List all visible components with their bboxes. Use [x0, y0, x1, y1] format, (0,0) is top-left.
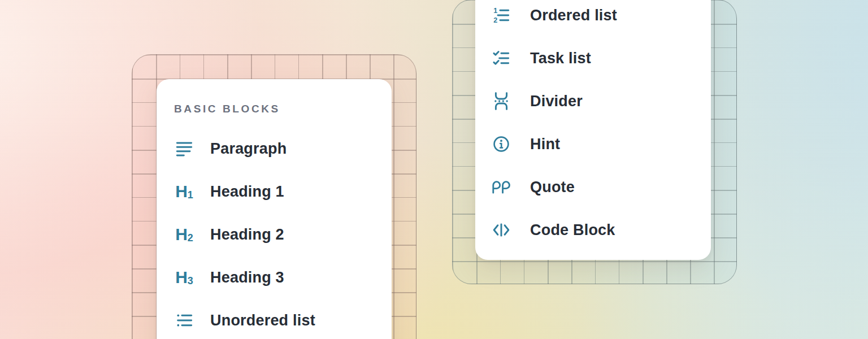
- menu-item-ordered-list[interactable]: 1 2 Ordered list: [491, 0, 701, 31]
- heading-1-icon: H1: [174, 181, 194, 202]
- hint-icon: [491, 134, 511, 154]
- menu-item-paragraph[interactable]: Paragraph: [174, 133, 381, 164]
- menu-item-divider[interactable]: Divider: [491, 85, 701, 117]
- menu-item-hint[interactable]: Hint: [491, 128, 701, 160]
- menu-item-label: Heading 1: [210, 183, 284, 201]
- menu-item-task-list[interactable]: Task list: [491, 42, 701, 74]
- section-label-basic-blocks: BASIC BLOCKS: [174, 101, 280, 117]
- quote-icon: [491, 177, 511, 197]
- heading-2-icon: H2: [174, 224, 194, 245]
- menu-item-label: Heading 3: [210, 269, 284, 286]
- scene: BASIC BLOCKS Paragraph H1 Heading 1 H2: [0, 0, 868, 339]
- paragraph-icon: [174, 138, 194, 159]
- menu-item-label: Divider: [530, 93, 583, 110]
- menu-item-unordered-list[interactable]: Unordered list: [174, 305, 381, 336]
- menu-item-heading-1[interactable]: H1 Heading 1: [174, 176, 381, 207]
- divider-icon: [491, 91, 511, 111]
- menu-item-quote[interactable]: Quote: [491, 171, 701, 203]
- menu-item-label: Ordered list: [530, 7, 617, 24]
- menu-item-label: Unordered list: [210, 312, 315, 329]
- menu-item-label: Quote: [530, 179, 575, 196]
- unordered-list-icon: [174, 310, 194, 331]
- basic-blocks-card: BASIC BLOCKS Paragraph H1 Heading 1 H2: [157, 79, 392, 339]
- heading-3-icon: H3: [174, 267, 194, 288]
- ordered-list-icon: 1 2: [491, 5, 511, 25]
- menu-item-heading-2[interactable]: H2 Heading 2: [174, 219, 381, 250]
- menu-item-label: Hint: [530, 136, 560, 153]
- code-block-icon: [491, 220, 511, 240]
- menu-item-label: Heading 2: [210, 226, 284, 244]
- task-list-icon: [491, 48, 511, 68]
- menu-item-label: Paragraph: [210, 140, 287, 158]
- menu-item-code-block[interactable]: Code Block: [491, 214, 701, 246]
- menu-item-label: Code Block: [530, 221, 615, 239]
- menu-item-label: Task list: [530, 50, 591, 67]
- svg-text:1: 1: [493, 7, 497, 15]
- menu-item-heading-3[interactable]: H3 Heading 3: [174, 262, 381, 293]
- svg-text:2: 2: [493, 16, 497, 24]
- insert-blocks-card: 1 2 Ordered list Task list: [475, 0, 711, 260]
